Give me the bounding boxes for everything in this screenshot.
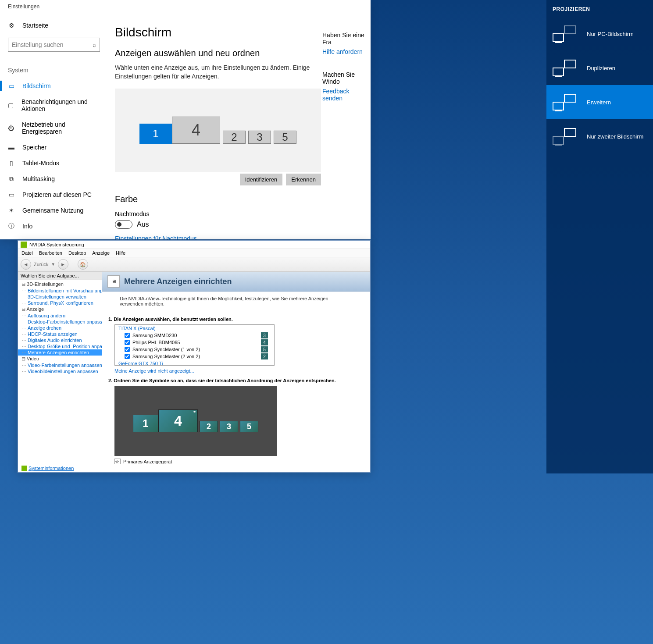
tree-leaf[interactable]: Surround, PhysX konfigurieren	[18, 300, 102, 306]
menu-datei[interactable]: Datei	[21, 250, 33, 256]
display-row[interactable]: Samsung SyncMaster (1 von 2)5	[115, 346, 274, 353]
night-mode-toggle[interactable]	[115, 220, 132, 229]
nv-monitor-1[interactable]: 1	[133, 415, 158, 432]
display-listbox[interactable]: TITAN X (Pascal) Samsung SMMD2303 Philip…	[114, 324, 275, 366]
menu-anzeige[interactable]: Anzeige	[92, 250, 110, 256]
info-icon: ⓘ	[8, 223, 15, 230]
monitor-1[interactable]: 1	[139, 124, 172, 144]
nvidia-toolbar: ◄ Zurück ▼ ► 🏠	[18, 257, 370, 272]
monitor-3[interactable]: 3	[248, 131, 271, 144]
night-mode-settings-link[interactable]: Einstellungen für Nachtmodus	[115, 235, 353, 239]
nvidia-main: 🖥 Mehrere Anzeigen einrichten Die NVIDIA…	[102, 272, 370, 464]
multitasking-icon: ⧉	[8, 175, 15, 182]
search-field[interactable]	[12, 41, 93, 48]
nav-multitasking[interactable]: ⧉Multitasking	[0, 171, 109, 187]
nvidia-page-title: Mehrere Anzeigen einrichten	[124, 277, 232, 286]
tree-cat-anzeige[interactable]: Anzeige	[18, 306, 102, 313]
arrange-description: Wähle unten eine Anzeige aus, um ihre Ei…	[115, 64, 325, 81]
help-link[interactable]: Hilfe anfordern	[322, 48, 371, 55]
tree-leaf[interactable]: Anzeige drehen	[18, 325, 102, 331]
sysinfo-link[interactable]: Systeminformationen	[18, 464, 370, 472]
nav-benachrichtigungen[interactable]: ▢Benachrichtigungen und Aktionen	[0, 94, 109, 117]
settings-window: Einstellungen ⚙ Startseite ⌕ System ▭Bil…	[0, 0, 371, 239]
display-checkbox[interactable]	[125, 333, 130, 338]
duplicate-icon	[553, 60, 580, 76]
power-icon: ⏻	[8, 125, 14, 132]
settings-main: Bildschirm Anzeigen auswählen und neu or…	[109, 13, 371, 239]
nv-monitor-2[interactable]: 2	[200, 421, 218, 432]
tree-leaf[interactable]: Desktop-Farbeinstellungen anpassen	[18, 319, 102, 325]
nav-speicher[interactable]: ▬Speicher	[0, 139, 109, 155]
tree-leaf-selected[interactable]: Mehrere Anzeigen einrichten	[18, 349, 102, 356]
multidisplay-icon: 🖥	[107, 275, 120, 288]
monitor-4[interactable]: 4	[172, 117, 220, 144]
menu-hilfe[interactable]: Hilfe	[116, 250, 125, 256]
nvidia-menubar: Datei Bearbeiten Desktop Anzeige Hilfe	[18, 249, 370, 257]
project-pc-only[interactable]: Nur PC-Bildschirm	[546, 17, 653, 51]
gear-icon: ⚙	[8, 22, 15, 29]
pc-only-icon	[553, 25, 580, 42]
menu-bearbeiten[interactable]: Bearbeiten	[39, 250, 62, 256]
nv-monitor-3[interactable]: 3	[220, 421, 238, 432]
tree-leaf[interactable]: Digitales Audio einrichten	[18, 337, 102, 343]
display-checkbox[interactable]	[125, 347, 130, 352]
menu-desktop[interactable]: Desktop	[68, 250, 86, 256]
tree-cat-3d[interactable]: 3D-Einstellungen	[18, 281, 102, 288]
nvidia-description: Die NVIDIA-nView-Technologie gibt Ihnen …	[102, 292, 370, 311]
tablet-icon: ▯	[8, 160, 15, 167]
monitor-5[interactable]: 5	[274, 131, 296, 144]
color-heading: Farbe	[115, 194, 353, 204]
star-icon: ☆	[114, 459, 121, 464]
nvidia-arrange-area[interactable]: 1 4* 2 3 5	[114, 386, 277, 456]
tree-leaf[interactable]: 3D-Einstellungen verwalten	[18, 294, 102, 300]
nav-bildschirm[interactable]: ▭Bildschirm	[0, 78, 109, 94]
forward-button[interactable]: ►	[58, 259, 68, 270]
tree-cat-video[interactable]: Video	[18, 356, 102, 362]
project-duplicate[interactable]: Duplizieren	[546, 51, 653, 85]
notifications-icon: ▢	[8, 102, 14, 109]
nv-monitor-4[interactable]: 4*	[158, 409, 198, 432]
nvidia-header: 🖥 Mehrere Anzeigen einrichten	[102, 272, 370, 292]
identify-button[interactable]: Identifizieren	[240, 174, 283, 185]
tree-leaf[interactable]: Auflösung ändern	[18, 313, 102, 319]
nav-netzbetrieb[interactable]: ⏻Netzbetrieb und Energiesparen	[0, 117, 109, 139]
project-extend[interactable]: Erweitern	[546, 85, 653, 119]
home-label: Startseite	[22, 22, 48, 29]
display-row[interactable]: Samsung SyncMaster (2 von 2)2	[115, 353, 274, 360]
nav-tablet[interactable]: ▯Tablet-Modus	[0, 155, 109, 171]
gpu-2: GeForce GTX 750 Ti	[115, 360, 274, 366]
tree-leaf[interactable]: Bildeinstellungen mit Vorschau anpassen	[18, 288, 102, 294]
project-panel: PROJIZIEREN Nur PC-Bildschirm Dupliziere…	[546, 0, 653, 473]
home-button-nv[interactable]: 🏠	[78, 259, 88, 270]
share-icon: ✶	[8, 207, 15, 214]
tree-leaf[interactable]: Video-Farbeinstellungen anpassen	[18, 362, 102, 368]
nvidia-icon	[21, 242, 27, 248]
feedback-heading: Machen Sie Windo	[322, 71, 371, 85]
tree-leaf[interactable]: HDCP-Status anzeigen	[18, 331, 102, 337]
feedback-link[interactable]: Feedback senden	[322, 88, 371, 102]
extend-icon	[553, 94, 580, 110]
step-1-label: 1. Die Anzeigen auswählen, die benutzt w…	[108, 317, 364, 322]
back-button[interactable]: ◄	[21, 259, 31, 270]
missing-display-link[interactable]: Meine Anzeige wird nicht angezeigt...	[114, 368, 364, 374]
monitor-2[interactable]: 2	[223, 131, 246, 144]
back-label: Zurück	[34, 262, 49, 267]
tree-leaf[interactable]: Desktop-Größe und -Position anpassen	[18, 343, 102, 349]
display-arrange-area[interactable]: 1 4 2 3 5	[115, 89, 321, 172]
project-second-only[interactable]: Nur zweiter Bildschirm	[546, 119, 653, 153]
nav-info[interactable]: ⓘInfo	[0, 218, 109, 234]
display-row[interactable]: Samsung SMMD2303	[115, 332, 274, 339]
nvidia-titlebar: NVIDIA Systemsteuerung	[18, 241, 370, 249]
nv-monitor-5[interactable]: 5	[240, 421, 258, 432]
tree-leaf[interactable]: Videobildeinstellungen anpassen	[18, 368, 102, 374]
arrange-heading: Anzeigen auswählen und neu ordnen	[115, 48, 353, 58]
home-button[interactable]: ⚙ Startseite	[0, 18, 109, 33]
storage-icon: ▬	[8, 144, 15, 151]
display-row[interactable]: Philips PHL BDM40654	[115, 339, 274, 346]
nav-projizieren[interactable]: ▭Projizieren auf diesen PC	[0, 187, 109, 203]
display-checkbox[interactable]	[125, 354, 130, 359]
search-input[interactable]: ⌕	[8, 38, 100, 52]
detect-button[interactable]: Erkennen	[286, 174, 321, 185]
nav-gemeinsame[interactable]: ✶Gemeinsame Nutzung	[0, 203, 109, 218]
display-checkbox[interactable]	[125, 340, 130, 345]
